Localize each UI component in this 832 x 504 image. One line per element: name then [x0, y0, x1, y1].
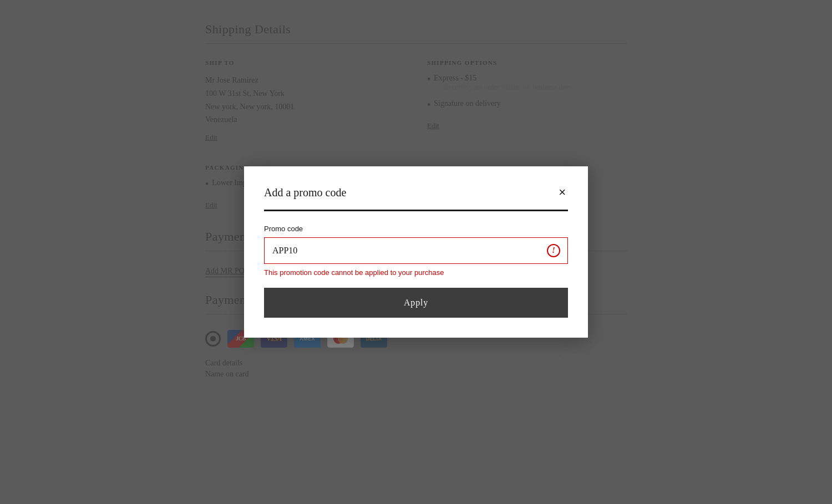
promo-input-wrapper: ! [264, 237, 568, 264]
modal-header: Add a promo code × [264, 184, 568, 201]
modal-close-button[interactable]: × [556, 184, 568, 201]
promo-code-modal: Add a promo code × Promo code ! This pro… [244, 166, 588, 338]
promo-error-message: This promotion code cannot be applied to… [264, 268, 568, 277]
promo-code-input[interactable] [264, 237, 568, 264]
apply-button[interactable]: Apply [264, 288, 568, 318]
promo-code-label: Promo code [264, 225, 568, 233]
modal-divider [264, 210, 568, 211]
modal-overlay: Add a promo code × Promo code ! This pro… [0, 0, 832, 504]
modal-title: Add a promo code [264, 186, 346, 199]
error-icon: ! [547, 244, 560, 257]
